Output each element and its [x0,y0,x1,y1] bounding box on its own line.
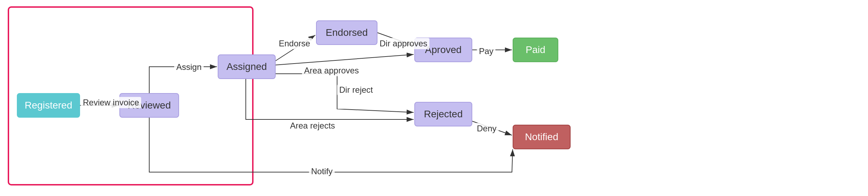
diagram-container: Registered Reviewed Assigned Endorsed Ap… [0,0,868,196]
assigned-label: Assigned [226,61,267,72]
svg-line-4 [276,54,414,65]
node-notified: Notified [513,125,571,149]
node-paid: Paid [513,38,558,62]
node-endorsed: Endorsed [316,20,377,45]
edge-label-review-invoice: Review invoice [81,97,141,108]
edge-label-pay: Pay [477,46,495,57]
notified-label: Notified [525,131,558,143]
registered-label: Registered [25,100,72,111]
node-registered: Registered [17,93,80,118]
edge-label-area-rejects: Area rejects [288,120,337,131]
endorsed-label: Endorsed [326,27,368,38]
edge-label-deny: Deny [475,123,499,134]
paid-label: Paid [526,44,545,55]
node-assigned: Assigned [218,54,276,79]
rejected-label: Rejected [424,109,463,120]
node-rejected: Rejected [414,102,472,126]
edge-label-notify: Notify [309,166,335,177]
edge-label-endorse: Endorse [277,38,312,49]
edge-label-area-approves: Area approves [302,65,361,76]
aproved-label: Aproved [425,44,461,55]
edge-label-dir-approves: Dir approves [377,38,429,49]
edge-label-dir-reject: Dir reject [337,84,375,96]
edge-label-assign: Assign [174,61,204,73]
